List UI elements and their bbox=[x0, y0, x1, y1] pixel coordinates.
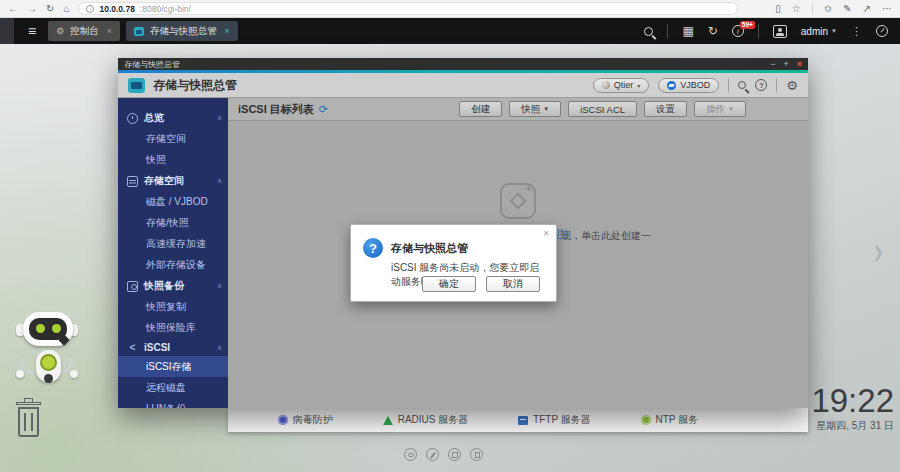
feedback-icon[interactable] bbox=[470, 448, 483, 461]
sidebar-item-cache-acceleration[interactable]: 高速缓存加速 bbox=[118, 233, 228, 254]
sidebar-item-iscsi-storage[interactable]: iSCSI存储 bbox=[118, 356, 228, 377]
reading-view-icon[interactable]: ▯ bbox=[775, 4, 781, 14]
user-avatar-icon[interactable] bbox=[773, 25, 787, 38]
trash-body bbox=[18, 407, 39, 437]
robot-hand bbox=[16, 370, 24, 378]
browser-separator bbox=[812, 4, 813, 14]
service-label: RADIUS 服务器 bbox=[398, 413, 469, 427]
robot-belly bbox=[40, 354, 57, 371]
notification-badge: 59+ bbox=[740, 21, 755, 29]
address-bar[interactable]: i 10.0.0.78:8080/cgi-bin/ bbox=[78, 2, 738, 15]
dashboard-icon[interactable] bbox=[876, 25, 888, 37]
notifications-button[interactable]: i 59+ bbox=[732, 25, 744, 37]
vjbod-button[interactable]: VJBOD bbox=[658, 78, 719, 93]
cancel-button[interactable]: 取消 bbox=[486, 276, 540, 292]
sidebar-item-remote-disk[interactable]: 远程磁盘 bbox=[118, 377, 228, 398]
refresh-list-icon[interactable]: ⟳ bbox=[319, 103, 328, 116]
minimize-icon[interactable]: − bbox=[770, 59, 775, 69]
nas-bar-corner bbox=[0, 18, 14, 44]
desktop-clock: 19:22 星期四, 5月 31 日 bbox=[811, 384, 894, 433]
collapse-caret-icon[interactable]: ∧ bbox=[217, 114, 222, 122]
service-item-ntp[interactable]: NTP 服务 bbox=[641, 413, 699, 427]
sidebar-section-iscsi[interactable]: < iSCSI ∧ bbox=[118, 338, 228, 356]
sidebar-section-overview[interactable]: 总览 ∧ bbox=[118, 107, 228, 128]
sidebar-item-lun-backup[interactable]: LUN备份 bbox=[118, 398, 228, 408]
browser-toolbar: ← → ↻ ⌂ i 10.0.0.78:8080/cgi-bin/ ▯ ☆ ✩ … bbox=[0, 0, 900, 18]
recycle-bin-icon[interactable] bbox=[14, 398, 44, 440]
chevron-down-icon: ▼ bbox=[543, 106, 549, 112]
browser-forward-icon[interactable]: → bbox=[27, 4, 37, 14]
next-desktop-arrow-icon[interactable]: › bbox=[874, 228, 883, 275]
robot-eye bbox=[36, 324, 45, 333]
sidebar-item-snapshot-vault[interactable]: 快照保险库 bbox=[118, 317, 228, 338]
sidebar-item-external-storage[interactable]: 外部存储设备 bbox=[118, 254, 228, 275]
qtier-label: Qtier bbox=[614, 80, 634, 90]
favorites-bar-icon[interactable]: ✩ bbox=[824, 4, 832, 14]
site-info-icon[interactable]: i bbox=[86, 5, 94, 13]
close-icon[interactable]: × bbox=[797, 59, 802, 69]
utilities-icon[interactable] bbox=[426, 448, 439, 461]
window-sidebar: 总览 ∧ 存储空间 快照 存储空间 ∧ 磁盘 / VJBOD 存储/快照 高速缓… bbox=[118, 98, 228, 408]
content-toolbar: iSCSI 目标列表 ⟳ 创建 快照▼ iSCSI ACL 设置 操作▼ bbox=[228, 98, 808, 121]
tab-close-icon[interactable]: × bbox=[225, 26, 230, 36]
url-path: :8080/cgi-bin/ bbox=[140, 4, 191, 14]
more-options-icon[interactable]: ⋮ bbox=[851, 25, 862, 38]
storage-app-icon bbox=[128, 78, 145, 93]
window-search-icon[interactable] bbox=[738, 81, 746, 89]
nas-tab-label: 存储与快照总管 bbox=[150, 25, 217, 38]
sidebar-section-snapshot-backup[interactable]: 快照备份 ∧ bbox=[118, 275, 228, 296]
tab-close-icon[interactable]: × bbox=[107, 26, 112, 36]
browser-more-icon[interactable]: ⋯ bbox=[882, 4, 892, 14]
service-item-radius[interactable]: RADIUS 服务器 bbox=[383, 413, 469, 427]
background-tasks-icon[interactable]: ▦ bbox=[682, 24, 693, 38]
refresh-apps-icon[interactable]: ↻ bbox=[708, 24, 718, 38]
browser-home-icon[interactable]: ⌂ bbox=[63, 4, 69, 14]
clock-time: 19:22 bbox=[811, 384, 894, 418]
service-item-tftp[interactable]: TFTP 服务器 bbox=[518, 413, 591, 427]
maximize-icon[interactable]: + bbox=[783, 59, 788, 69]
settings-gear-icon[interactable]: ⚙ bbox=[786, 79, 798, 92]
share-icon[interactable]: ↗ bbox=[863, 4, 871, 14]
control-panel-icon: ⚙ bbox=[56, 26, 64, 36]
favorite-star-icon[interactable]: ☆ bbox=[792, 4, 801, 14]
user-menu[interactable]: admin ▼ bbox=[801, 26, 837, 37]
collapse-caret-icon[interactable]: ∧ bbox=[217, 177, 222, 185]
dialog-close-icon[interactable]: × bbox=[543, 228, 549, 239]
qtier-button[interactable]: Qtier ▾ bbox=[593, 78, 650, 93]
main-menu-icon[interactable]: ≡ bbox=[14, 23, 48, 39]
collapse-caret-icon[interactable]: ∧ bbox=[217, 344, 222, 352]
sidebar-item-snapshot-replica[interactable]: 快照复制 bbox=[118, 296, 228, 317]
sidebar-item-storage-space-overview[interactable]: 存储空间 bbox=[118, 128, 228, 149]
window-header: 存储与快照总管 Qtier ▾ VJBOD ? ⚙ bbox=[118, 73, 808, 98]
nas-tab-storage-snapshots[interactable]: 存储与快照总管 × bbox=[126, 21, 238, 41]
settings-button[interactable]: 设置 bbox=[644, 101, 687, 117]
robot-hip bbox=[44, 374, 53, 383]
nas-tab-control-panel[interactable]: ⚙ 控制台 × bbox=[48, 21, 120, 41]
iscsi-acl-button[interactable]: iSCSI ACL bbox=[568, 101, 637, 117]
app-center-icon[interactable] bbox=[448, 448, 461, 461]
annotate-icon[interactable]: ✎ bbox=[843, 4, 851, 14]
plus-glyph: + bbox=[526, 182, 532, 194]
chevron-down-icon: ▾ bbox=[637, 82, 640, 89]
collapse-caret-icon[interactable]: ∧ bbox=[217, 282, 222, 290]
ok-button[interactable]: 确定 bbox=[422, 276, 476, 292]
service-item-antivirus[interactable]: 病毒防护 bbox=[278, 413, 333, 427]
nas-separator bbox=[758, 24, 759, 38]
snapshot-button[interactable]: 快照▼ bbox=[509, 101, 561, 117]
action-button[interactable]: 操作▼ bbox=[694, 101, 746, 117]
sidebar-item-snapshot-overview[interactable]: 快照 bbox=[118, 149, 228, 170]
storage-icon bbox=[127, 176, 138, 187]
sidebar-section-storage[interactable]: 存储空间 ∧ bbox=[118, 170, 228, 191]
create-button[interactable]: 创建 bbox=[459, 101, 502, 117]
list-title: iSCSI 目标列表 bbox=[238, 102, 314, 117]
sidebar-item-storage-snapshots[interactable]: 存储/快照 bbox=[118, 212, 228, 233]
browser-refresh-icon[interactable]: ↻ bbox=[46, 4, 54, 14]
myqnapcloud-icon[interactable] bbox=[404, 448, 417, 461]
sidebar-item-disks-vjbod[interactable]: 磁盘 / VJBOD bbox=[118, 191, 228, 212]
window-titlebar[interactable]: 存储与快照总管 − + × bbox=[118, 58, 808, 70]
help-icon[interactable]: ? bbox=[755, 79, 767, 91]
empty-state-hint: 现，单击此处创建一 bbox=[561, 229, 651, 243]
browser-back-icon[interactable]: ← bbox=[8, 4, 18, 14]
search-icon[interactable] bbox=[644, 27, 653, 36]
tftp-server-icon bbox=[518, 416, 528, 425]
